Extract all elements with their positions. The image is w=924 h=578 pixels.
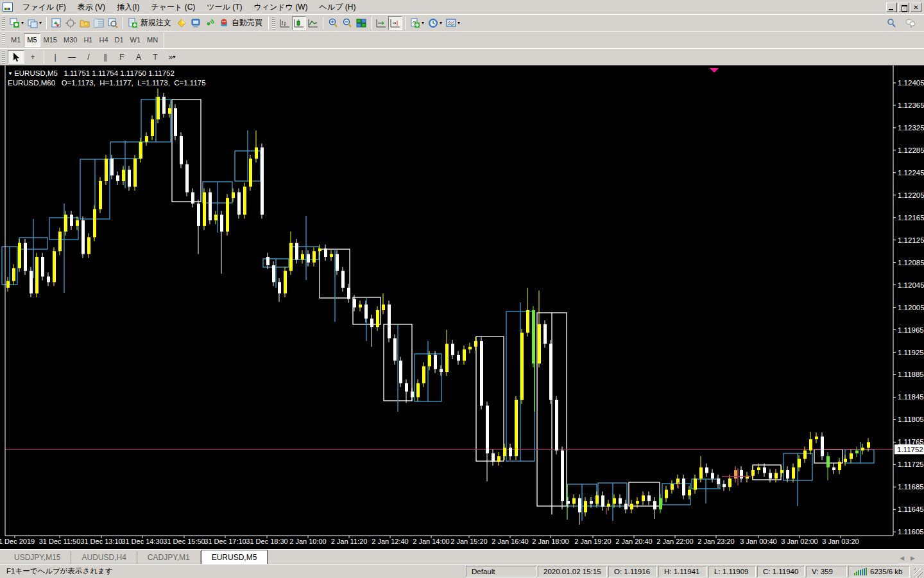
metaeditor-button[interactable] (175, 16, 189, 30)
candle-body[interactable] (53, 251, 56, 282)
chart-canvas[interactable]: 1.124051.123651.123251.122851.122451.122… (0, 66, 924, 550)
candle-body[interactable] (803, 450, 807, 459)
candle-body[interactable] (203, 192, 206, 225)
candle-body[interactable] (399, 361, 402, 383)
candle-body[interactable] (486, 406, 489, 453)
terminal-button[interactable] (92, 16, 106, 30)
tab-usdjpy-m15[interactable]: USDJPY,M15 (4, 551, 71, 564)
crosshair-button[interactable]: + (24, 50, 41, 64)
candle-body[interactable] (295, 243, 298, 259)
candle-body[interactable] (538, 324, 541, 363)
candle-body[interactable] (307, 254, 310, 263)
profiles-button[interactable]: ▾ (26, 16, 44, 30)
tab-eurusd-m5[interactable]: EURUSD,M5 (201, 550, 268, 564)
new-order-button[interactable]: 新規注文 (126, 16, 175, 30)
candle-body[interactable] (769, 473, 772, 478)
candle-body[interactable] (826, 456, 830, 467)
menu-window[interactable]: ウィンドウ (W) (248, 0, 314, 15)
data-window-button[interactable] (64, 16, 78, 30)
zoom-out-button[interactable] (340, 16, 354, 30)
candle-body[interactable] (370, 319, 373, 327)
candle-body[interactable] (780, 470, 783, 473)
indicators-button[interactable]: ▾ (408, 16, 426, 30)
candle-body[interactable] (157, 97, 160, 119)
candle-body[interactable] (168, 108, 171, 114)
channel-button[interactable]: ∥ (97, 50, 114, 64)
candle-body[interactable] (630, 504, 633, 510)
candle-body[interactable] (364, 304, 368, 319)
candle-body[interactable] (809, 439, 812, 450)
candle-body[interactable] (116, 175, 119, 181)
range-box[interactable] (845, 450, 874, 463)
candle-body[interactable] (757, 468, 760, 470)
candle-body[interactable] (861, 448, 864, 450)
candle-body[interactable] (99, 181, 102, 209)
line-chart-button[interactable] (306, 16, 320, 30)
tab-audusd-h4[interactable]: AUDUSD,H4 (71, 551, 137, 564)
candle-body[interactable] (128, 170, 131, 186)
candle-body[interactable] (665, 490, 668, 498)
candle-body[interactable] (595, 495, 599, 504)
chat-button[interactable] (903, 16, 918, 30)
candle-body[interactable] (41, 257, 44, 277)
candle-body[interactable] (798, 459, 801, 468)
candle-body[interactable] (145, 136, 148, 142)
chart-shift-button[interactable] (388, 16, 402, 30)
menu-tools[interactable]: ツール (T) (201, 0, 248, 15)
candle-body[interactable] (619, 498, 622, 504)
candle-body[interactable] (567, 501, 570, 504)
candle-body[interactable] (751, 470, 755, 476)
candle-body[interactable] (636, 501, 639, 504)
periods-button[interactable]: ▾ (426, 16, 444, 30)
menu-charts[interactable]: チャート (C) (145, 0, 201, 15)
collapse-triangle-icon[interactable]: ▼ (8, 71, 14, 76)
candle-body[interactable] (821, 437, 824, 457)
auto-scroll-button[interactable] (374, 16, 388, 30)
candle-body[interactable] (451, 344, 454, 355)
alert-triangle-icon[interactable] (710, 68, 719, 73)
candle-body[interactable] (243, 187, 246, 215)
toolbar-grip[interactable] (272, 17, 275, 30)
candle-body[interactable] (590, 501, 593, 504)
candle-body[interactable] (792, 468, 795, 478)
candle-body[interactable] (428, 355, 431, 366)
candle-body[interactable] (93, 209, 96, 238)
candle-body[interactable] (734, 470, 737, 478)
candle-body[interactable] (492, 453, 495, 462)
candle-body[interactable] (110, 159, 114, 175)
candle-body[interactable] (388, 304, 391, 338)
tf-m15-button[interactable]: M15 (40, 33, 60, 47)
arrows-button[interactable]: » ▾ (164, 50, 180, 64)
candle-body[interactable] (601, 495, 604, 506)
candle-body[interactable] (440, 369, 443, 372)
candle-body[interactable] (832, 468, 835, 470)
candle-body[interactable] (162, 97, 166, 114)
candle-body[interactable] (336, 254, 339, 271)
candle-body[interactable] (151, 119, 154, 136)
tab-cadjpy-m1[interactable]: CADJPY,M1 (137, 551, 201, 564)
tf-h1-button[interactable]: H1 (80, 33, 96, 47)
metaquotes-button[interactable] (189, 16, 203, 30)
candle-body[interactable] (122, 170, 125, 180)
text-button[interactable]: A (130, 50, 147, 64)
candle-body[interactable] (561, 450, 564, 501)
candle-body[interactable] (347, 288, 350, 299)
candle-body[interactable] (763, 468, 766, 473)
candle-body[interactable] (555, 400, 558, 451)
horizontal-line-button[interactable]: — (64, 50, 80, 64)
candle-body[interactable] (613, 498, 616, 504)
menu-file[interactable]: ファイル (F) (17, 0, 72, 15)
candle-body[interactable] (740, 470, 743, 478)
toolbar-grip[interactable] (2, 33, 5, 46)
toolbar-grip[interactable] (2, 51, 5, 64)
candle-body[interactable] (717, 478, 720, 484)
tile-windows-button[interactable] (354, 16, 368, 30)
candle-body[interactable] (185, 164, 189, 193)
new-chart-button[interactable]: ▾ (8, 16, 26, 30)
candle-body[interactable] (58, 232, 62, 252)
candle-body[interactable] (70, 215, 73, 225)
candle-body[interactable] (18, 243, 21, 268)
candle-body[interactable] (272, 265, 275, 282)
candle-body[interactable] (457, 355, 460, 361)
candle-body[interactable] (133, 159, 137, 187)
